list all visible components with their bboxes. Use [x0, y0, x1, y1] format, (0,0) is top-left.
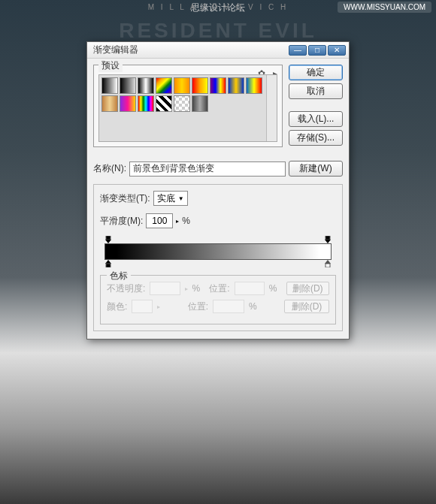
- type-label: 渐变类型(T):: [100, 192, 150, 205]
- opacity-label: 不透明度:: [107, 282, 145, 295]
- presets-group: 预设 ✿ ▸: [93, 65, 283, 147]
- svg-rect-2: [325, 236, 330, 240]
- new-button[interactable]: 新建(W): [289, 161, 343, 177]
- minimize-button[interactable]: —: [289, 45, 307, 56]
- position-input: [235, 282, 265, 295]
- preset-swatch[interactable]: [120, 77, 136, 94]
- poster-title: RESIDENT EVIL: [0, 19, 436, 43]
- position-label: 位置:: [209, 282, 229, 295]
- titlebar[interactable]: 渐变编辑器 — □ ✕: [87, 42, 349, 59]
- color-swatch: [132, 300, 153, 313]
- gradient-editor-dialog: 渐变编辑器 — □ ✕ 预设 ✿ ▸: [86, 41, 350, 340]
- preset-swatch-grid: [98, 74, 277, 142]
- svg-marker-6: [325, 260, 331, 264]
- chevron-down-icon[interactable]: ▸: [176, 218, 179, 225]
- position-label: 位置:: [188, 300, 208, 313]
- svg-marker-1: [105, 240, 111, 243]
- smooth-input[interactable]: [146, 213, 173, 228]
- preset-scrollbar[interactable]: [266, 75, 277, 141]
- preset-swatch[interactable]: [138, 95, 154, 112]
- preset-swatch[interactable]: [228, 77, 244, 94]
- stops-group: 色标 不透明度: ▸ % 位置: % 删除(D) 颜色: ▸: [100, 275, 336, 324]
- cancel-button[interactable]: 取消: [289, 83, 343, 99]
- preset-swatch[interactable]: [120, 95, 136, 112]
- preset-swatch[interactable]: [192, 95, 208, 112]
- preset-swatch[interactable]: [138, 77, 154, 94]
- preset-swatch[interactable]: [192, 77, 208, 94]
- chevron-down-icon: ▼: [178, 195, 184, 202]
- type-combo[interactable]: 实底 ▼: [153, 191, 188, 206]
- preset-swatch[interactable]: [156, 95, 172, 112]
- preset-swatch[interactable]: [174, 95, 190, 112]
- name-label: 名称(N):: [93, 162, 126, 175]
- chevron-right-icon: ▸: [185, 285, 188, 292]
- preset-swatch[interactable]: [101, 95, 118, 112]
- preset-swatch[interactable]: [210, 77, 226, 94]
- color-stop[interactable]: [104, 260, 112, 267]
- ok-button[interactable]: 确定: [289, 65, 343, 80]
- smooth-label: 平滑度(M):: [100, 215, 143, 228]
- save-button[interactable]: 存储(S)...: [289, 130, 343, 146]
- close-button[interactable]: ✕: [328, 45, 346, 56]
- color-stop[interactable]: [324, 260, 332, 267]
- name-input[interactable]: [129, 161, 286, 177]
- color-label: 颜色:: [107, 300, 127, 313]
- svg-marker-3: [325, 240, 331, 243]
- load-button[interactable]: 载入(L)...: [289, 111, 343, 127]
- preset-swatch[interactable]: [101, 77, 118, 94]
- gradient-preview-bar[interactable]: [104, 243, 332, 260]
- poster-subtitle: M I L L A J O V O V I C H: [0, 0, 436, 14]
- opacity-input: [150, 282, 180, 295]
- opacity-stop[interactable]: [104, 236, 112, 243]
- svg-rect-7: [325, 264, 330, 267]
- preset-swatch[interactable]: [246, 77, 262, 94]
- preset-swatch[interactable]: [156, 77, 172, 94]
- percent-sign: %: [192, 283, 201, 294]
- presets-label: 预设: [98, 59, 123, 72]
- stops-label: 色标: [107, 270, 131, 282]
- delete-opacity-stop-button: 删除(D): [286, 282, 329, 295]
- percent-sign: %: [269, 283, 277, 294]
- svg-rect-5: [106, 264, 111, 267]
- delete-color-stop-button: 删除(D): [284, 300, 329, 313]
- maximize-button[interactable]: □: [308, 45, 326, 56]
- type-value: 实底: [157, 192, 175, 205]
- position-input: [213, 300, 244, 313]
- opacity-stop[interactable]: [324, 236, 332, 243]
- svg-marker-4: [105, 260, 111, 264]
- svg-rect-0: [106, 236, 111, 240]
- preset-swatch[interactable]: [174, 77, 190, 94]
- chevron-right-icon: ▸: [157, 303, 160, 310]
- gradient-type-group: 渐变类型(T): 实底 ▼ 平滑度(M): ▸ %: [93, 184, 343, 331]
- dialog-title: 渐变编辑器: [90, 44, 287, 56]
- percent-sign: %: [182, 216, 190, 226]
- percent-sign: %: [249, 301, 257, 312]
